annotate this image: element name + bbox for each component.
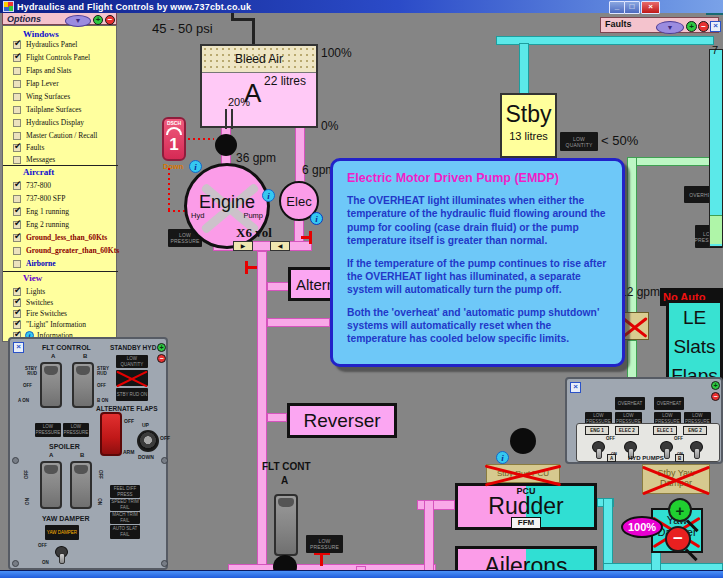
- checkbox[interactable]: [13, 67, 21, 75]
- zoom-in-button[interactable]: +: [157, 343, 166, 352]
- popup-paragraph: Both the 'overheat' and 'automatic pump …: [347, 306, 608, 346]
- sidebar-item-eng1-running[interactable]: ✔ Eng 1 running: [3, 207, 118, 218]
- checkbox[interactable]: ✔: [13, 41, 21, 49]
- sidebar-item-ground-less-60[interactable]: ✔ Ground_less_than_60Kts: [3, 233, 118, 244]
- standby-reservoir[interactable]: Stby 13 litres: [500, 93, 557, 158]
- engine1-fire-handle[interactable]: DSCH 1: [162, 117, 186, 161]
- eng2-pump-switch[interactable]: [689, 441, 702, 458]
- pipe: [257, 251, 267, 573]
- checkbox[interactable]: ✔: [13, 208, 21, 216]
- zoom-in-button[interactable]: +: [711, 381, 720, 390]
- faults-titlebar[interactable]: Faults ▼ + − ×: [600, 17, 719, 33]
- close-icon[interactable]: ×: [13, 342, 24, 353]
- sidebar-item-faults[interactable]: ✔ Faults: [3, 143, 118, 154]
- checkbox[interactable]: [13, 106, 21, 114]
- minimize-button[interactable]: _: [609, 1, 625, 14]
- checkbox[interactable]: [13, 260, 21, 268]
- close-icon[interactable]: ×: [710, 21, 721, 32]
- info-icon[interactable]: i: [496, 451, 509, 464]
- collapse-button[interactable]: ▼: [65, 15, 91, 27]
- system-b-flow: 12 gpm: [620, 285, 660, 299]
- zoom-out-button[interactable]: −: [711, 392, 720, 401]
- sidebar-item-flaps-and-slats[interactable]: Flaps and Slats: [3, 66, 118, 77]
- pipe: [519, 43, 529, 96]
- options-titlebar[interactable]: Options ▼ + −: [2, 12, 117, 25]
- info-icon[interactable]: i: [189, 160, 202, 173]
- close-button[interactable]: ×: [641, 1, 660, 14]
- sidebar-item-wing-surfaces[interactable]: Wing Surfaces: [3, 92, 118, 103]
- checkbox[interactable]: ✔: [13, 144, 21, 152]
- checkbox[interactable]: ✔: [13, 288, 21, 296]
- zoom-out-button[interactable]: −: [105, 15, 115, 25]
- zoom-in-button[interactable]: +: [668, 498, 692, 522]
- flt-cont-a-switch[interactable]: [274, 494, 298, 556]
- zoom-out-button[interactable]: −: [157, 354, 166, 363]
- checkbox[interactable]: ✔: [13, 221, 21, 229]
- flt-control-a-switch[interactable]: [40, 362, 62, 408]
- fire-valve-icon: [309, 231, 312, 244]
- collapse-button[interactable]: ▼: [656, 21, 684, 34]
- pipe: [424, 500, 434, 578]
- checkbox[interactable]: ✔: [13, 299, 21, 307]
- spoiler-a-switch[interactable]: [40, 461, 62, 509]
- low-pressure-annunciator: LOW PRESSURE: [35, 423, 61, 437]
- overhead-hyd-pumps-panel: × + − OVERHEAT OVERHEAT LOW PRESSURE LOW…: [565, 377, 723, 464]
- fire-valve-icon: [320, 555, 323, 566]
- ffm-box: FFM: [511, 517, 541, 529]
- x6-vol-label: X6 vol: [236, 225, 272, 241]
- spoiler-b-switch[interactable]: [70, 461, 92, 509]
- reservoir-a[interactable]: Bleed Air A 22 litres 20%: [200, 44, 318, 128]
- sidebar-item-eng2-running[interactable]: ✔ Eng 2 running: [3, 220, 118, 231]
- checkbox[interactable]: [13, 132, 21, 140]
- checkbox[interactable]: ✔: [13, 182, 21, 190]
- hyd-pumps-title: HYD PUMPS: [628, 455, 664, 461]
- flt-control-b-switch[interactable]: [72, 362, 94, 408]
- zoom-out-button[interactable]: −: [665, 526, 691, 552]
- checkbox[interactable]: ✔: [13, 310, 21, 318]
- alternate-flaps-arm-switch[interactable]: [100, 412, 122, 456]
- sidebar-item-hydraulics-panel[interactable]: ✔ Hydraulics Panel: [3, 40, 118, 51]
- emdp-info-popup[interactable]: Electric Motor Driven Pump (EMDP) The OV…: [330, 158, 625, 367]
- standby-hyd-title: STANDBY HYD: [110, 344, 156, 351]
- checkbox[interactable]: [13, 119, 21, 127]
- sidebar-item-tailplane-surfaces[interactable]: Tailplane Surfaces: [3, 105, 118, 116]
- standpipe-line: [231, 109, 233, 129]
- checkbox[interactable]: [13, 195, 21, 203]
- screw-icon: [12, 457, 19, 464]
- engine2-fire-shutoff-valve[interactable]: [510, 428, 536, 454]
- info-icon[interactable]: i: [262, 189, 275, 202]
- checkbox[interactable]: ✔: [13, 54, 21, 62]
- zoom-in-button[interactable]: +: [686, 21, 697, 32]
- restore-button[interactable]: □: [624, 1, 640, 14]
- close-icon[interactable]: ×: [570, 382, 581, 393]
- sidebar-item-flap-lever[interactable]: Flap Lever: [3, 79, 118, 90]
- yaw-damper-switch[interactable]: [54, 546, 67, 563]
- checkbox[interactable]: [13, 93, 21, 101]
- sidebar-item-737-800-sfp[interactable]: 737-800 SFP: [3, 194, 118, 205]
- options-title: Options: [7, 14, 41, 24]
- pipe: [267, 318, 330, 327]
- eng1-pump-switch[interactable]: [591, 441, 604, 458]
- sidebar-item-ground-greater-60[interactable]: Ground_greater_than_60Kts: [3, 246, 118, 257]
- zoom-out-button[interactable]: −: [698, 21, 709, 32]
- off-label: OFF: [97, 383, 106, 388]
- window-titlebar[interactable]: Hydraulics and Flight Controls by www.73…: [0, 0, 723, 13]
- options-panel: Windows ✔ Hydraulics Panel ✔ Flight Cont…: [2, 25, 117, 342]
- alternate-flaps-position-knob[interactable]: [137, 430, 159, 452]
- inoperative-cross-icon: [642, 464, 710, 494]
- sidebar-item-airborne[interactable]: Airborne: [3, 259, 118, 270]
- checkbox[interactable]: ✔: [13, 321, 21, 329]
- zoom-in-button[interactable]: +: [93, 15, 103, 25]
- info-icon[interactable]: i: [310, 212, 323, 225]
- stby-rud-label: STBY RUD: [15, 366, 37, 376]
- column-a-label: A: [51, 353, 55, 359]
- checkbox[interactable]: [13, 247, 21, 255]
- checkbox[interactable]: ✔: [13, 234, 21, 242]
- checkbox[interactable]: [13, 80, 21, 88]
- sidebar-item-flight-controls-panel[interactable]: ✔ Flight Controls Panel: [3, 53, 118, 64]
- checkbox[interactable]: [13, 156, 21, 164]
- yaw-damper-title: YAW DAMPER: [42, 515, 90, 522]
- sidebar-item-hydraulics-display[interactable]: Hydraulics Display: [3, 118, 118, 129]
- sidebar-item-737-800[interactable]: ✔ 737-800: [3, 181, 118, 192]
- engine-fire-shutoff-valve[interactable]: [215, 134, 237, 156]
